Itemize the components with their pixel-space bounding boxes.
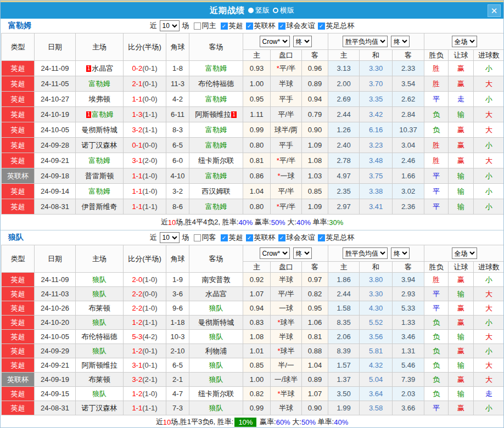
- avg-away-odds: 10.37: [393, 122, 424, 138]
- away-odds: 0.96: [302, 61, 328, 76]
- home-team-cell: 1水晶宫: [76, 61, 124, 76]
- odds-final-select[interactable]: 终: [293, 247, 312, 259]
- avg-home-odds: 1.26: [328, 122, 360, 138]
- handicap-cell: *平/半: [271, 153, 302, 168]
- avg-draw-odds: 3.64: [360, 387, 393, 401]
- odds-company-select[interactable]: Crow*: [260, 247, 290, 259]
- col-away: 客场: [189, 245, 243, 273]
- league-filter-label: 球会友谊: [287, 233, 315, 243]
- radio-horizontal-layout[interactable]: 横版: [273, 5, 294, 15]
- same-venue-checkbox[interactable]: 同主: [194, 21, 216, 31]
- home-team-cell: 伊普斯维奇: [76, 199, 124, 215]
- avg-away-odds: 3.46: [393, 330, 424, 344]
- league-filter-label: 英联杯: [254, 21, 276, 31]
- avg-home-odds: 2.44: [328, 287, 360, 301]
- match-count-select[interactable]: 10: [160, 232, 180, 243]
- score-cell: 1-2(1-1): [124, 316, 166, 330]
- league-filter-checkbox[interactable]: ✓英联杯: [246, 233, 276, 243]
- odds-company-header: Crow*终: [243, 33, 328, 50]
- home-odds: 0.82: [243, 387, 271, 401]
- result-flag: 负: [424, 316, 449, 330]
- away-team-cell: 南安普敦: [189, 273, 243, 287]
- match-row: 英超 24-11-09 1水晶宫 0-2(0-1) 1-8 富勒姆 0.93 *…: [2, 61, 504, 76]
- home-odds: 1.07: [243, 287, 271, 301]
- avg-draw-odds: 3.38: [360, 184, 393, 199]
- avg-draw-odds: 3.35: [360, 92, 393, 107]
- half-time-score: (2-1): [142, 375, 157, 384]
- league-filter-checkbox[interactable]: ✓英联杯: [246, 21, 276, 31]
- result-flag: 负: [424, 387, 449, 401]
- half-time-score: (0-1): [142, 347, 157, 355]
- away-team-name: 富勒姆: [205, 95, 227, 103]
- result-flag: 平: [424, 287, 449, 301]
- away-team-name: 水晶宫: [205, 290, 227, 298]
- scope-select[interactable]: 全场: [452, 247, 477, 259]
- odds-company-header: Crow*终: [243, 245, 328, 262]
- avg-draw-odds: 3.48: [360, 153, 393, 168]
- score-cell: 2-2(1-0): [124, 301, 166, 316]
- avg-draw-odds: 3.70: [360, 76, 393, 92]
- avg-home-odds: 2.97: [328, 199, 360, 215]
- scope-header: 全场: [424, 245, 504, 262]
- avg-away-odds: 1.31: [393, 344, 424, 358]
- match-count-select[interactable]: 10: [160, 20, 180, 31]
- avg-draw-odds: 6.16: [360, 122, 393, 138]
- score-cell: 3-2(1-1): [124, 122, 166, 138]
- match-row: 英超 24-09-14 富勒姆 1-1(1-0) 3-2 西汉姆联 1.04 平…: [2, 184, 504, 199]
- radio-vertical-layout[interactable]: 竖版: [248, 5, 270, 15]
- half-time-score: (4-2): [142, 333, 157, 341]
- avg-odds-select[interactable]: 胜平负均值: [343, 247, 388, 259]
- handicap-cell: 半球: [271, 330, 302, 344]
- result-flag: 平: [424, 168, 449, 184]
- avg-home-odds: 2.69: [328, 92, 360, 107]
- league-filter-checkbox[interactable]: ✓英足总杯: [318, 233, 355, 243]
- match-date: 24-09-14: [35, 184, 76, 199]
- same-venue-checkbox[interactable]: 同客: [194, 233, 216, 243]
- result-flag: 负: [424, 358, 449, 373]
- home-team-cell: 布伦特福德: [76, 330, 124, 344]
- corner-count: 1-8: [166, 61, 189, 76]
- league-filter-checkbox[interactable]: ✓英超: [221, 21, 243, 31]
- goals-result-flag: 大: [474, 122, 504, 138]
- home-team-cell: 诺丁汉森林: [76, 138, 124, 153]
- league-filter-checkbox[interactable]: ✓球会友谊: [278, 21, 315, 31]
- avg-odds-select[interactable]: 胜平负均值: [343, 36, 388, 47]
- home-odds: 0.85: [243, 358, 271, 373]
- home-team-name: 埃弗顿: [89, 95, 110, 103]
- radio-selected-icon: [248, 8, 254, 13]
- league-filter-checkbox[interactable]: ✓球会友谊: [278, 233, 315, 243]
- home-odds: 0.80: [243, 199, 271, 215]
- league-filter-checkbox[interactable]: ✓英足总杯: [318, 21, 355, 31]
- close-button[interactable]: ✕: [488, 4, 501, 17]
- away-team-name: 狼队: [209, 304, 223, 312]
- away-team-name: 狼队: [209, 361, 223, 369]
- avg-draw-odds: 3.56: [360, 330, 393, 344]
- away-odds: 0.79: [302, 107, 328, 122]
- summary-text: 10: [168, 218, 176, 227]
- match-date: 24-09-15: [35, 387, 76, 401]
- odds-final-select[interactable]: 终: [293, 36, 312, 47]
- avg-final-select[interactable]: 终: [391, 247, 410, 259]
- odds-company-select[interactable]: Crow*: [260, 36, 290, 47]
- match-date: 24-09-18: [35, 168, 76, 184]
- result-flag: 负: [424, 373, 449, 387]
- result-flag: 平: [424, 184, 449, 199]
- col-date: 日期: [35, 245, 76, 273]
- avg-final-select[interactable]: 终: [391, 36, 410, 47]
- goals-result-flag: 小: [474, 401, 504, 415]
- away-team-name: 狼队: [209, 404, 223, 412]
- result-flag: 胜: [424, 153, 449, 168]
- scope-select[interactable]: 全场: [452, 36, 477, 47]
- handicap-cell: 平手: [271, 138, 302, 153]
- match-row: 英联杯 24-09-19 布莱顿 3-2(2-1) 2-1 狼队 1.00 一/…: [2, 373, 504, 387]
- league-filter-checkbox[interactable]: ✓英超: [221, 233, 243, 243]
- away-team-name: 富勒姆: [205, 202, 227, 211]
- match-row: 英联杯 24-09-18 普雷斯顿 1-1(1-0) 4-10 富勒姆 0.86…: [2, 168, 504, 184]
- avg-home-odds: 4.97: [328, 168, 360, 184]
- avg-home-odds: 2.00: [328, 76, 360, 92]
- away-odds: 1.06: [302, 316, 328, 330]
- handicap-result-flag: 赢: [449, 344, 474, 358]
- away-odds: 0.89: [302, 373, 328, 387]
- checkbox-checked-icon: ✓: [278, 22, 285, 30]
- league-badge: 英超: [2, 344, 35, 358]
